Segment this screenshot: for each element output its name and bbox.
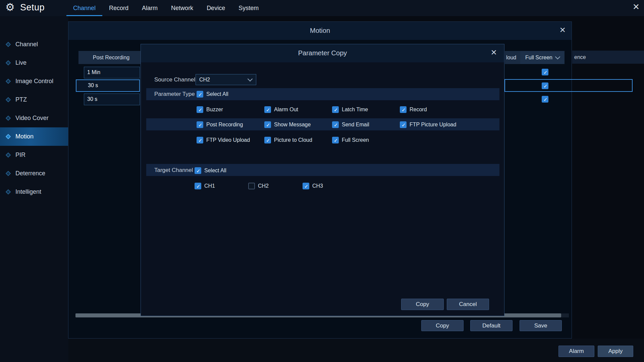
param-option-show-message[interactable]: Show Message	[264, 121, 311, 128]
sidebar-item-live[interactable]: Live	[0, 54, 68, 72]
param-option-buzzer[interactable]: Buzzer	[197, 106, 223, 113]
diamond-icon	[6, 42, 11, 47]
checkbox[interactable]	[197, 106, 203, 113]
option-label: FTP Picture Upload	[410, 122, 456, 128]
param-option-picture-to-cloud[interactable]: Picture to Cloud	[264, 137, 312, 143]
chevron-down-icon	[555, 54, 560, 60]
checkbox[interactable]	[248, 183, 255, 189]
sidebar-item-label: Intelligent	[15, 188, 41, 195]
parameter-copy-cancel-button[interactable]: Cancel	[447, 299, 489, 310]
motion-copy-button[interactable]: Copy	[421, 320, 464, 331]
checkbox[interactable]	[400, 106, 407, 113]
close-icon[interactable]: ×	[633, 0, 639, 13]
diamond-icon	[6, 116, 11, 121]
motion-save-button[interactable]: Save	[520, 320, 562, 331]
param-option-send-email[interactable]: Send Email	[332, 121, 369, 128]
param-option-ftp-video-upload[interactable]: FTP Video Upload	[197, 137, 250, 143]
tab-record[interactable]: Record	[102, 0, 135, 16]
checkbox[interactable]	[332, 137, 339, 143]
close-icon[interactable]: ×	[491, 47, 497, 58]
option-label: Latch Time	[342, 107, 368, 113]
checkbox[interactable]	[264, 106, 271, 113]
channel-option-ch1[interactable]: CH1	[195, 183, 215, 189]
sidebar-item-motion[interactable]: Motion	[0, 127, 68, 146]
sidebar-item-label: Image Control	[15, 78, 53, 85]
motion-titlebar: Motion ×	[68, 22, 572, 40]
footer-bar	[68, 339, 644, 362]
tab-alarm[interactable]: Alarm	[135, 0, 164, 16]
topbar: ⚙ Setup Channel Record Alarm Network Dev…	[0, 0, 644, 16]
sidebar-item-label: PTZ	[15, 96, 27, 103]
param-option-post-recording[interactable]: Post Recording	[197, 121, 243, 128]
target-select-all-option[interactable]: Select All	[195, 167, 226, 174]
full-screen-checkbox-ch3[interactable]	[542, 96, 548, 103]
sidebar-item-video-cover[interactable]: Video Cover	[0, 109, 68, 127]
checkbox[interactable]	[197, 137, 203, 143]
sidebar: Channel Live Image Control PTZ Video Cov…	[0, 16, 68, 362]
sidebar-item-label: PIR	[15, 152, 25, 159]
param-option-alarm-out[interactable]: Alarm Out	[264, 106, 298, 113]
full-screen-column-header[interactable]: Full Screen	[520, 51, 565, 64]
post-recording-value-ch2-selected[interactable]: 30 s	[76, 79, 140, 92]
param-option-ftp-picture-upload[interactable]: FTP Picture Upload	[400, 121, 456, 128]
option-label: CH2	[258, 183, 269, 189]
post-recording-value-ch1[interactable]: 1 Min	[84, 67, 140, 78]
option-label: Alarm Out	[274, 107, 298, 113]
parameter-type-label: Parameter Type	[154, 91, 195, 98]
param-option-record[interactable]: Record	[400, 106, 427, 113]
option-label: Post Recording	[206, 122, 243, 128]
sidebar-item-label: Channel	[15, 41, 38, 48]
checkbox[interactable]	[264, 121, 271, 128]
tab-channel[interactable]: Channel	[66, 0, 102, 16]
checkbox[interactable]	[332, 106, 339, 113]
option-label: FTP Video Upload	[206, 137, 250, 143]
checkbox[interactable]	[400, 121, 407, 128]
deterrence-column-header-partial: ence	[572, 51, 644, 64]
diamond-icon	[6, 189, 11, 195]
sidebar-item-intelligent[interactable]: Intelligent	[0, 183, 68, 201]
picture-to-cloud-header-partial: loud	[505, 51, 520, 64]
option-label: Send Email	[342, 122, 369, 128]
checkbox[interactable]	[197, 121, 203, 128]
sidebar-item-channel[interactable]: Channel	[0, 35, 68, 54]
sidebar-item-image-control[interactable]: Image Control	[0, 72, 68, 90]
motion-title: Motion	[68, 27, 572, 35]
option-label: CH1	[204, 183, 215, 189]
diamond-icon	[6, 79, 11, 84]
option-label: Record	[410, 107, 427, 113]
checkbox[interactable]	[197, 91, 203, 98]
checkbox[interactable]	[332, 121, 339, 128]
tab-network[interactable]: Network	[164, 0, 200, 16]
sidebar-item-label: Live	[15, 59, 26, 66]
motion-default-button[interactable]: Default	[470, 320, 513, 331]
sidebar-item-pir[interactable]: PIR	[0, 146, 68, 164]
tab-device[interactable]: Device	[200, 0, 232, 16]
sidebar-item-ptz[interactable]: PTZ	[0, 90, 68, 109]
tab-system[interactable]: System	[232, 0, 265, 16]
checkbox[interactable]	[303, 183, 309, 189]
main-tabs: Channel Record Alarm Network Device Syst…	[66, 0, 265, 16]
checkbox[interactable]	[195, 183, 201, 189]
param-select-all-option[interactable]: Select All	[197, 91, 228, 98]
channel-option-ch2[interactable]: CH2	[248, 183, 269, 189]
parameter-copy-copy-button[interactable]: Copy	[401, 299, 444, 310]
param-option-latch-time[interactable]: Latch Time	[332, 106, 368, 113]
apply-button[interactable]: Apply	[598, 346, 633, 357]
option-label: Select All	[206, 91, 228, 97]
alarm-button[interactable]: Alarm	[558, 346, 594, 357]
checkbox[interactable]	[264, 137, 271, 143]
source-channel-value: CH2	[199, 77, 248, 83]
target-channel-label: Target Channel	[154, 167, 193, 174]
channel-option-ch3[interactable]: CH3	[303, 183, 323, 189]
option-label: Select All	[204, 168, 226, 174]
full-screen-checkbox-ch1[interactable]	[542, 69, 548, 75]
param-option-full-screen[interactable]: Full Screen	[332, 137, 369, 143]
close-icon[interactable]: ×	[559, 24, 566, 36]
option-label: Full Screen	[342, 137, 369, 143]
sidebar-item-deterrence[interactable]: Deterrence	[0, 164, 68, 183]
source-channel-select[interactable]: CH2	[196, 74, 256, 85]
sidebar-item-label: Deterrence	[15, 170, 45, 177]
checkbox[interactable]	[195, 167, 201, 174]
full-screen-header-label: Full Screen	[525, 55, 552, 61]
post-recording-value-ch3[interactable]: 30 s	[84, 94, 140, 105]
